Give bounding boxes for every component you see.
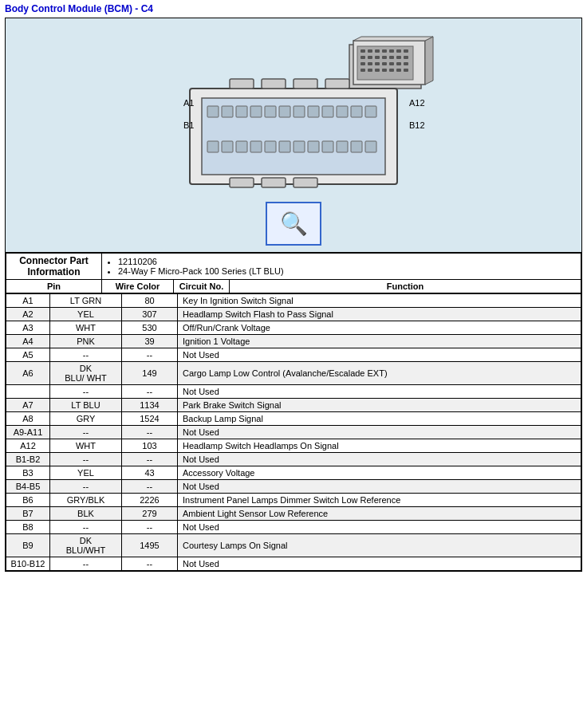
cell-pin: B3	[6, 466, 50, 480]
svg-rect-60	[262, 79, 286, 89]
cell-wire-color: --	[50, 521, 122, 534]
table-row: B4-B5----Not Used	[6, 480, 581, 494]
svg-rect-46	[365, 106, 376, 117]
cell-circuit-no: --	[122, 557, 178, 571]
cell-pin: B6	[6, 494, 50, 507]
cell-function: Ignition 1 Voltage	[178, 335, 581, 348]
main-content: A1 B1 A12 B12	[5, 18, 582, 572]
svg-rect-24	[360, 69, 365, 72]
cell-wire-color: PNK	[50, 335, 122, 348]
label-b1: B1	[183, 120, 194, 130]
svg-rect-35	[207, 106, 219, 117]
svg-rect-19	[375, 62, 380, 65]
svg-rect-13	[382, 56, 387, 59]
svg-rect-37	[236, 106, 247, 117]
cell-wire-color: WHT	[50, 439, 122, 453]
cell-function: Headlamp Switch Headlamps On Signal	[178, 439, 581, 453]
svg-rect-18	[368, 62, 372, 65]
label-a12: A12	[409, 98, 425, 108]
table-row: B6GRY/BLK2226Instrument Panel Lamps Dimm…	[6, 494, 581, 507]
cell-wire-color: --	[50, 348, 122, 362]
label-a1: A1	[183, 98, 194, 108]
table-row: A1LT GRN80Key In Ignition Switch Signal	[6, 294, 581, 308]
svg-rect-52	[279, 141, 290, 152]
svg-rect-3	[360, 49, 365, 53]
connector-info-label: Connector Part Information	[6, 254, 102, 280]
header-circuit-no: Circuit No.	[174, 280, 230, 293]
svg-rect-11	[368, 56, 372, 59]
cell-function: Accessory Voltage	[178, 466, 581, 480]
cell-pin: A5	[6, 348, 50, 362]
connector-svg-area: A1 B1 A12 B12	[12, 25, 575, 192]
magnifier-icon: 🔍	[280, 211, 308, 237]
svg-rect-56	[337, 141, 348, 152]
svg-rect-23	[404, 62, 408, 65]
table-row: A3WHT530Off/Run/Crank Voltage	[6, 321, 581, 335]
table-row: A4PNK39Ignition 1 Voltage	[6, 335, 581, 348]
svg-rect-51	[265, 141, 276, 152]
svg-rect-5	[375, 49, 380, 53]
cell-wire-color: GRY	[50, 412, 122, 426]
magnifier-button[interactable]: 🔍	[266, 202, 321, 246]
cell-function: Not Used	[178, 453, 581, 466]
cell-function: Not Used	[178, 557, 581, 571]
svg-rect-6	[382, 49, 387, 53]
page-wrapper: Body Control Module (BCM) - C4	[0, 0, 587, 575]
part-number-1: 12110206	[118, 257, 577, 266]
connector-svg: A1 B1 A12 B12	[142, 25, 445, 192]
cell-wire-color: DKBLU/ WHT	[50, 362, 122, 385]
svg-marker-32	[353, 37, 433, 41]
cell-circuit-no: 1134	[122, 399, 178, 412]
svg-rect-41	[294, 106, 305, 117]
cell-pin: A2	[6, 308, 50, 321]
svg-rect-43	[322, 106, 333, 117]
cell-circuit-no: 103	[122, 439, 178, 453]
table-row: A2YEL307Headlamp Switch Flash to Pass Si…	[6, 308, 581, 321]
svg-rect-16	[404, 56, 408, 59]
svg-rect-17	[360, 62, 365, 65]
cell-circuit-no: 80	[122, 294, 178, 308]
cell-pin: A3	[6, 321, 50, 335]
cell-circuit-no: --	[122, 385, 178, 399]
cell-function: Headlamp Switch Flash to Pass Signal	[178, 308, 581, 321]
cell-wire-color: --	[50, 426, 122, 439]
cell-function: Not Used	[178, 348, 581, 362]
svg-rect-40	[279, 106, 290, 117]
cell-circuit-no: 1495	[122, 534, 178, 557]
cell-circuit-no: 39	[122, 335, 178, 348]
cell-wire-color: LT GRN	[50, 294, 122, 308]
svg-rect-47	[207, 141, 219, 152]
part-numbers-list: 12110206 24-Way F Micro-Pack 100 Series …	[118, 257, 577, 276]
svg-rect-28	[389, 69, 394, 72]
svg-rect-8	[396, 49, 401, 53]
cell-wire-color: DKBLU/WHT	[50, 534, 122, 557]
cell-function: Park Brake Switch Signal	[178, 399, 581, 412]
svg-rect-57	[351, 141, 362, 152]
svg-rect-27	[382, 69, 387, 72]
cell-wire-color: YEL	[50, 308, 122, 321]
table-row: B1-B2----Not Used	[6, 453, 581, 466]
cell-pin: B4-B5	[6, 480, 50, 494]
page-title: Body Control Module (BCM) - C4	[5, 3, 582, 14]
cell-function: Not Used	[178, 426, 581, 439]
cell-function: Instrument Panel Lamps Dimmer Switch Low…	[178, 494, 581, 507]
svg-rect-61	[294, 79, 317, 89]
table-row: ----Not Used	[6, 385, 581, 399]
svg-rect-21	[389, 62, 394, 65]
header-wire-color: Wire Color	[102, 280, 174, 293]
cell-wire-color: YEL	[50, 466, 122, 480]
table-row: A12WHT103Headlamp Switch Headlamps On Si…	[6, 439, 581, 453]
connector-diagram: A1 B1 A12 B12	[12, 25, 575, 246]
cell-wire-color: WHT	[50, 321, 122, 335]
cell-function: Ambient Light Sensor Low Reference	[178, 507, 581, 521]
table-row: B3YEL43Accessory Voltage	[6, 466, 581, 480]
svg-rect-22	[396, 62, 401, 65]
svg-rect-49	[236, 141, 247, 152]
cell-function: Not Used	[178, 480, 581, 494]
cell-wire-color: --	[50, 453, 122, 466]
cell-function: Courtesy Lamps On Signal	[178, 534, 581, 557]
table-row: A6DKBLU/ WHT149Cargo Lamp Low Control (A…	[6, 362, 581, 385]
svg-rect-26	[375, 69, 380, 72]
svg-rect-7	[389, 49, 394, 53]
cell-wire-color: --	[50, 385, 122, 399]
